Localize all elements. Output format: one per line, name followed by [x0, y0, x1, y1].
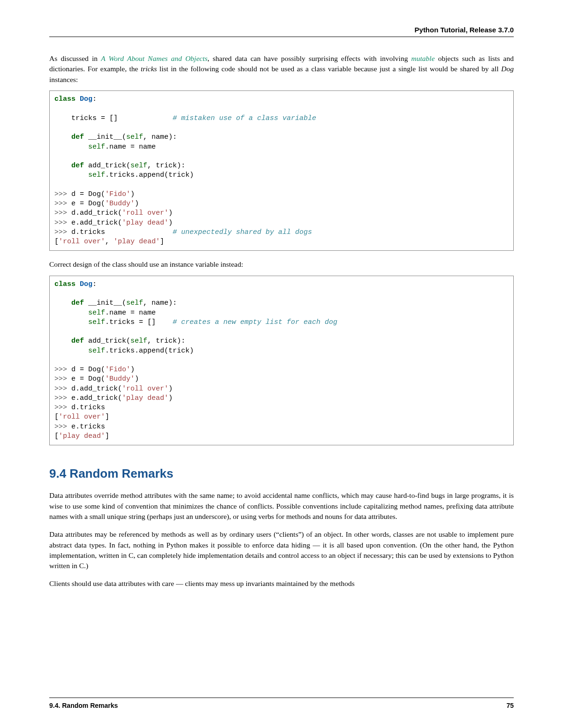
section-paragraph-2: Data attributes may be referenced by met…	[49, 529, 514, 571]
page-header: Python Tutorial, Release 3.7.0	[49, 26, 514, 37]
paragraph-correct-design: Correct design of the class should use a…	[49, 259, 514, 270]
section-heading: 9.4 Random Remarks	[49, 466, 514, 481]
link-mutable[interactable]: mutable	[411, 54, 435, 62]
section-paragraph-3: Clients should use data attributes with …	[49, 578, 514, 589]
page-footer: 9.4. Random Remarks 75	[49, 698, 514, 709]
code-block-1: class Dog: tricks = [] # mistaken use of…	[49, 90, 514, 251]
page: Python Tutorial, Release 3.7.0 As discus…	[0, 0, 563, 728]
code-block-2: class Dog: def __init__(self, name): sel…	[49, 276, 514, 445]
section-paragraph-1: Data attributes override method attribut…	[49, 490, 514, 522]
paragraph-intro: As discussed in A Word About Names and O…	[49, 53, 514, 85]
header-title: Python Tutorial, Release 3.7.0	[415, 26, 514, 34]
term-tricks: tricks	[141, 65, 157, 73]
term-dog: Dog	[501, 65, 514, 73]
footer-section: 9.4. Random Remarks	[49, 702, 118, 709]
link-word-about-names[interactable]: A Word About Names and Objects	[101, 54, 207, 62]
footer-pagenum: 75	[506, 702, 514, 709]
